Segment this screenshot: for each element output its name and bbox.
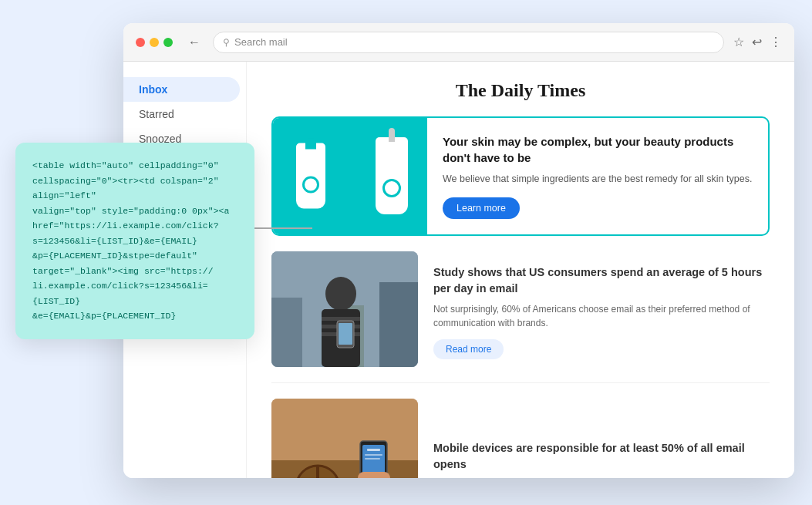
svg-point-4 bbox=[325, 277, 356, 311]
svg-rect-21 bbox=[367, 449, 380, 451]
read-more-button-1[interactable]: Read more bbox=[433, 339, 504, 359]
person-phone-illustration bbox=[271, 251, 418, 367]
browser-actions: ☆ ↩ ⋮ bbox=[733, 35, 782, 49]
dot-green[interactable] bbox=[163, 38, 173, 47]
featured-description: We believe that simple ingredients are t… bbox=[443, 172, 753, 187]
sidebar-item-inbox[interactable]: Inbox bbox=[123, 77, 240, 102]
browser-toolbar: ← ⚲ Search mail ☆ ↩ ⋮ bbox=[123, 23, 794, 62]
search-text: Search mail bbox=[234, 36, 288, 48]
article-heading-1: Study shows that US consumers spend an a… bbox=[433, 264, 770, 296]
dot-red[interactable] bbox=[136, 38, 145, 47]
article-card-2: Mobile devices are responsible for at le… bbox=[271, 399, 770, 478]
sidebar-item-starred[interactable]: Starred bbox=[123, 102, 240, 126]
article-body-1: Study shows that US consumers spend an a… bbox=[433, 251, 770, 367]
browser-dots bbox=[136, 38, 173, 47]
code-line-9: &e={EMAIL}&p={PLACEMENT_ID} bbox=[32, 308, 238, 324]
product-tube bbox=[296, 143, 325, 209]
code-line-8: li.example.com/click?s=123456&li={LIST_I… bbox=[32, 278, 238, 308]
svg-rect-22 bbox=[365, 454, 382, 456]
code-line-5: s=123456&li={LIST_ID}&e={EMAIL} bbox=[32, 234, 238, 249]
email-newsletter-title: The Daily Times bbox=[271, 80, 770, 101]
more-options-icon[interactable]: ⋮ bbox=[770, 35, 782, 49]
article-image-2 bbox=[271, 399, 418, 478]
connector-line bbox=[254, 227, 312, 229]
featured-heading: Your skin may be complex, but your beaut… bbox=[443, 133, 753, 166]
featured-card: Your skin may be complex, but your beaut… bbox=[271, 116, 770, 236]
learn-more-button[interactable]: Learn more bbox=[443, 197, 520, 219]
article-card-1: Study shows that US consumers spend an a… bbox=[271, 251, 770, 383]
svg-rect-2 bbox=[379, 282, 418, 367]
mobile-email-illustration bbox=[271, 399, 418, 478]
svg-rect-10 bbox=[339, 323, 352, 345]
svg-rect-1 bbox=[271, 298, 302, 367]
svg-rect-6 bbox=[322, 317, 360, 321]
code-line-3: valign="top" style="padding:0 0px"><a bbox=[32, 204, 238, 219]
code-line-4: href="https://li.example.com/click? bbox=[32, 218, 238, 234]
code-line-6: &p={PLACEMENT_ID}&stpe=default" bbox=[32, 248, 238, 264]
back-arrow-icon[interactable]: ← bbox=[185, 32, 204, 52]
scene: ← ⚲ Search mail ☆ ↩ ⋮ Inbox Starred bbox=[0, 0, 812, 505]
code-line-1: <table width="auto" cellpadding="0" bbox=[32, 158, 238, 173]
article-heading-2: Mobile devices are responsible for at le… bbox=[433, 440, 770, 472]
svg-rect-23 bbox=[365, 458, 380, 460]
search-icon: ⚲ bbox=[223, 37, 230, 48]
article-image-1 bbox=[271, 251, 418, 367]
featured-card-text: Your skin may be complex, but your beaut… bbox=[427, 118, 768, 234]
featured-card-image bbox=[273, 118, 427, 234]
code-line-7: target="_blank"><img src="https:// bbox=[32, 264, 238, 279]
browser-search-bar[interactable]: ⚲ Search mail bbox=[213, 32, 724, 53]
svg-rect-24 bbox=[358, 472, 390, 478]
dot-yellow[interactable] bbox=[150, 38, 159, 47]
article-description-1: Not surprisingly, 60% of Americans choos… bbox=[433, 302, 770, 330]
svg-rect-12 bbox=[271, 460, 418, 478]
code-tooltip: <table width="auto" cellpadding="0" cell… bbox=[15, 143, 254, 339]
product-bottle bbox=[376, 137, 408, 214]
article-body-2: Mobile devices are responsible for at le… bbox=[433, 399, 770, 478]
email-content: The Daily Times bbox=[247, 62, 794, 478]
refresh-icon[interactable]: ↩ bbox=[752, 35, 762, 49]
star-icon[interactable]: ☆ bbox=[733, 35, 744, 49]
browser-nav: ← bbox=[185, 32, 204, 52]
code-line-2: cellspacing="0"><tr><td colspan="2" alig… bbox=[32, 173, 238, 204]
